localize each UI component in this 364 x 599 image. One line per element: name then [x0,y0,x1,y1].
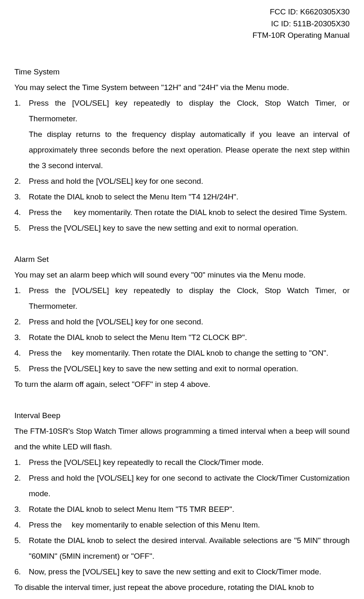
section-title: Time System [14,64,350,80]
list-text: Press the key momentarily. Then rotate t… [29,205,350,220]
time-system-section: Time System You may select the Time Syst… [14,64,350,236]
list-text: Press the [VOL/SEL] key repeatedly to di… [29,95,350,127]
list-text: Rotate the DIAL knob to select the desir… [29,533,350,564]
interval-beep-section: Interval Beep The FTM-10SR's Stop Watch … [14,408,350,595]
list-number: 2. [14,173,29,189]
list-number: 5. [14,361,29,377]
list-item: 4. Press the key momentarily to enable s… [14,517,350,533]
list-text: Press the key momentarily to enable sele… [29,517,350,533]
manual-title: FTM-10R Operating Manual [14,30,350,42]
list-number: 2. [14,314,29,330]
list-text: Press the [VOL/SEL] key to save the new … [29,220,350,236]
list-text: Rotate the DIAL knob to select the Menu … [29,189,350,205]
list-number: 5. [14,220,29,236]
list-text: Press and hold the [VOL/SEL] key for one… [29,173,350,189]
list-item: 2. Press and hold the [VOL/SEL] key for … [14,173,350,189]
list-number: 1. [14,455,29,470]
list-text: Press and hold the [VOL/SEL] key for one… [29,314,350,330]
list-text: Now, press the [VOL/SEL] key to save the… [29,564,350,580]
list-item: 1. Press the [VOL/SEL] key repeatedly to… [14,95,350,127]
list-number: 6. [14,564,29,580]
section-intro: You may set an alarm beep which will sou… [14,267,350,283]
list-item: 5. Press the [VOL/SEL] key to save the n… [14,220,350,236]
list-number: 2. [14,470,29,502]
spacer [14,392,350,408]
section-footer: To turn the alarm off again, select "OFF… [14,377,350,392]
list-number: 4. [14,517,29,533]
list-number: 5. [14,533,29,564]
list-number: 1. [14,283,29,314]
fcc-id: FCC ID: K6620305X30 [14,6,350,18]
list-item: 3. Rotate the DIAL knob to select Menu I… [14,502,350,517]
list-item: 6. Now, press the [VOL/SEL] key to save … [14,564,350,580]
list-item: 2. Press and hold the [VOL/SEL] key for … [14,314,350,330]
section-intro: You may select the Time System between "… [14,80,350,95]
list-subtext: The display returns to the frequency dis… [29,127,350,173]
list-item: 3. Rotate the DIAL knob to select the Me… [14,189,350,205]
list-text: Press the [VOL/SEL] key to save the new … [29,361,350,377]
list-number: 1. [14,95,29,127]
spacer [14,236,350,252]
list-text: Press and hold the [VOL/SEL] key for one… [29,470,350,502]
list-number: 3. [14,189,29,205]
section-title: Alarm Set [14,252,350,267]
list-text: Press the [VOL/SEL] key repeatedly to re… [29,455,350,470]
list-item: 2. Press and hold the [VOL/SEL] key for … [14,470,350,502]
list-number: 4. [14,205,29,220]
list-text: Rotate the DIAL knob to select the Menu … [29,330,350,345]
section-footer: To disable the interval timer, just repe… [14,580,350,595]
list-text: Press the key momentarily. Then rotate t… [29,345,350,361]
ic-id: IC ID: 511B-20305X30 [14,18,350,30]
list-item: 5. Press the [VOL/SEL] key to save the n… [14,361,350,377]
document-header: FCC ID: K6620305X30 IC ID: 511B-20305X30… [14,6,350,42]
list-item: 4. Press the key momentarily. Then rotat… [14,205,350,220]
alarm-set-section: Alarm Set You may set an alarm beep whic… [14,252,350,392]
section-intro: The FTM-10SR's Stop Watch Timer allows p… [14,423,350,455]
section-title: Interval Beep [14,408,350,423]
list-number: 4. [14,345,29,361]
list-item: 3. Rotate the DIAL knob to select the Me… [14,330,350,345]
list-item: 4. Press the key momentarily. Then rotat… [14,345,350,361]
list-item: 5. Rotate the DIAL knob to select the de… [14,533,350,564]
list-number: 3. [14,330,29,345]
list-text: Rotate the DIAL knob to select Menu Item… [29,502,350,517]
list-item: 1. Press the [VOL/SEL] key repeatedly to… [14,455,350,470]
list-text: Press the [VOL/SEL] key repeatedly to di… [29,283,350,314]
list-item: 1. Press the [VOL/SEL] key repeatedly to… [14,283,350,314]
list-number: 3. [14,502,29,517]
